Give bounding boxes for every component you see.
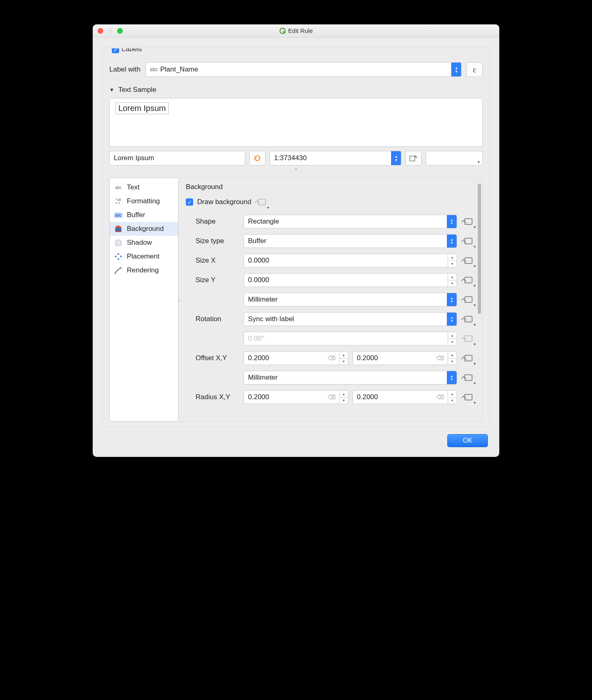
sidebar-item-background[interactable]: Background [110, 222, 178, 236]
scale-combo[interactable]: 1:3734430 ▴▾ [270, 151, 401, 165]
label-with-combo[interactable]: abc Plant_Name ▴▾ [146, 62, 461, 77]
sizey-spin[interactable]: 0.0000▴▾ [244, 273, 457, 287]
svg-point-3 [120, 267, 122, 269]
sizey-label: Size Y [186, 276, 239, 284]
style-tabs-sidebar: abc Text +ab< c Formatting abc Buffer [109, 178, 178, 422]
offset-y-spin[interactable]: 0.2000⌫▴▾ [353, 351, 457, 365]
section-title: Background [186, 183, 475, 191]
labels-checkbox[interactable]: ✓ [112, 48, 119, 53]
offset-unit-select[interactable]: Millimeter▴▾ [244, 371, 457, 385]
sidebar-item-placement[interactable]: Placement [110, 250, 178, 263]
sizetype-select[interactable]: Buffer▴▾ [244, 234, 457, 248]
draw-background-label: Draw background [197, 198, 251, 206]
clear-icon[interactable]: ⌫ [328, 355, 336, 361]
sidebar-item-text[interactable]: abc Text [110, 180, 178, 194]
text-sample-header[interactable]: ▼ Text Sample [109, 86, 483, 94]
shape-label: Shape [186, 217, 239, 226]
buffer-icon: abc [114, 211, 123, 220]
sidebar-item-formatting[interactable]: +ab< c Formatting [110, 194, 178, 208]
scale-picker-button[interactable] [405, 151, 422, 165]
sidebar-item-buffer[interactable]: abc Buffer [110, 208, 178, 222]
data-defined-button[interactable] [462, 234, 475, 248]
data-defined-button[interactable] [462, 390, 475, 404]
sizex-label: Size X [186, 257, 239, 265]
expression-button[interactable]: ε [466, 62, 483, 77]
text-icon: abc [114, 183, 123, 192]
data-defined-button[interactable] [255, 195, 268, 209]
data-defined-button[interactable] [462, 273, 475, 287]
clear-icon[interactable]: ⌫ [328, 394, 336, 400]
data-defined-button[interactable] [462, 254, 475, 267]
labels-heading: Labels [122, 48, 142, 53]
splitter-handle-icon[interactable] [295, 168, 297, 170]
background-icon [114, 224, 123, 233]
qgis-icon [279, 28, 286, 34]
data-defined-button[interactable] [462, 351, 475, 365]
splitter-handle-icon[interactable] [178, 300, 180, 302]
sizex-spin[interactable]: 0.0000▴▾ [244, 254, 457, 267]
background-color-well[interactable] [426, 151, 483, 165]
size-unit-select[interactable]: Millimeter▴▾ [244, 293, 457, 307]
data-defined-button[interactable] [462, 332, 475, 346]
svg-rect-2 [116, 228, 121, 231]
label-with-value: Plant_Name [160, 65, 198, 74]
radius-label: Radius X,Y [186, 393, 239, 401]
sample-preview-text: Lorem Ipsum [115, 102, 169, 114]
titlebar: Edit Rule [93, 24, 499, 37]
radius-y-spin[interactable]: 0.2000⌫▴▾ [353, 390, 457, 404]
disclosure-triangle-icon: ▼ [109, 87, 114, 93]
offset-x-spin[interactable]: 0.2000⌫▴▾ [244, 351, 348, 365]
shape-select[interactable]: Rectangle▴▾ [244, 215, 457, 228]
data-defined-button[interactable] [462, 293, 475, 307]
svg-rect-1 [410, 156, 415, 161]
rendering-icon [114, 266, 123, 275]
draw-background-checkbox[interactable]: ✓ [186, 198, 193, 206]
placement-icon [114, 252, 123, 261]
data-defined-button[interactable] [462, 215, 475, 228]
clear-icon[interactable]: ⌫ [436, 394, 444, 400]
sidebar-item-shadow[interactable]: Shadow [110, 236, 178, 250]
dialog-window: Edit Rule ✓ Labels Label with abc Plant_… [93, 24, 499, 457]
window-title: Edit Rule [93, 27, 499, 34]
label-with-label: Label with [109, 65, 141, 74]
data-defined-button[interactable] [462, 371, 475, 385]
ok-button[interactable]: OK [447, 434, 488, 447]
data-defined-button[interactable] [462, 312, 475, 326]
sidebar-item-rendering[interactable]: Rendering [110, 263, 178, 277]
clear-icon[interactable]: ⌫ [436, 355, 444, 361]
formatting-icon: +ab< c [114, 197, 123, 206]
rotation-deg-spin: 0.00°▴▾ [244, 332, 457, 346]
sizetype-label: Size type [186, 237, 239, 245]
abc-icon: abc [150, 67, 158, 72]
dropdown-caret-icon: ▴▾ [451, 63, 461, 76]
rotation-label: Rotation [186, 315, 239, 323]
offset-label: Offset X,Y [186, 354, 239, 362]
shadow-icon [114, 238, 123, 247]
sample-text-input[interactable]: Lorem Ipsum [109, 151, 245, 165]
radius-x-spin[interactable]: 0.2000⌫▴▾ [244, 390, 348, 404]
labels-panel: ✓ Labels Label with abc Plant_Name ▴▾ ε … [102, 47, 490, 427]
background-settings-pane: Background ✓ Draw background Shape Recta… [178, 178, 483, 422]
rotation-select[interactable]: Sync with label▴▾ [244, 312, 457, 326]
scrollbar[interactable] [478, 184, 481, 314]
reset-sample-button[interactable] [249, 151, 266, 165]
sample-preview: Lorem Ipsum [109, 98, 483, 147]
